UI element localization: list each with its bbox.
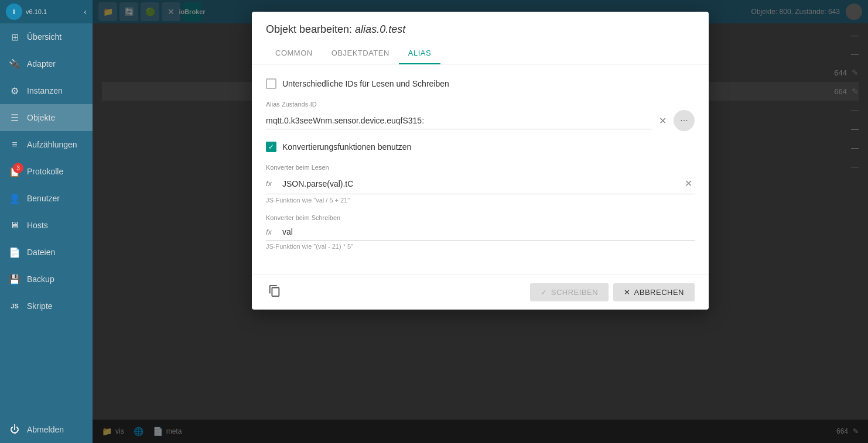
write-button[interactable]: ✓ SCHREIBEN	[530, 283, 609, 301]
dialog-tabs: COMMON OBJEKTDATEN ALIAS	[252, 43, 709, 64]
benutzer-icon: 👤	[8, 192, 21, 205]
uebersicht-icon: ⊞	[8, 30, 21, 43]
read-converter-hint: JS-Funktion wie "val / 5 + 21"	[266, 197, 695, 204]
sidebar-item-uebersicht[interactable]: ⊞ Übersicht	[0, 23, 93, 50]
footer-right: ✓ SCHREIBEN ✕ ABBRECHEN	[530, 283, 695, 301]
dialog-footer: ✓ SCHREIBEN ✕ ABBRECHEN	[252, 274, 709, 310]
sidebar-item-benutzer[interactable]: 👤 Benutzer	[0, 185, 93, 212]
diff-ids-row: Unterschiedliche IDs für Lesen und Schre…	[266, 78, 695, 89]
check-icon: ✓	[541, 288, 548, 297]
sidebar-item-objekte[interactable]: ☰ Objekte	[0, 104, 93, 131]
converter-checkbox-label: Konvertierungsfunktionen benutzen	[282, 142, 411, 152]
edit-dialog: Objekt bearbeiten: alias.0.test COMMON O…	[252, 12, 709, 310]
read-converter-input-row: fx ✕	[266, 173, 695, 194]
tab-alias[interactable]: ALIAS	[399, 43, 440, 64]
sidebar-item-label: Protokolle	[27, 167, 63, 176]
alias-state-id-label: Alias Zustands-ID	[266, 101, 695, 108]
tab-common[interactable]: COMMON	[266, 43, 322, 64]
sidebar-collapse-icon[interactable]: ‹	[84, 7, 87, 16]
adapter-icon: 🔌	[8, 57, 21, 70]
sidebar-item-label: Übersicht	[27, 32, 61, 42]
read-converter-clear-button[interactable]: ✕	[682, 177, 695, 190]
read-converter-input[interactable]	[282, 179, 678, 188]
write-converter-label: Konverter beim Schreiben	[266, 214, 695, 221]
sidebar-item-label: Backup	[27, 274, 54, 284]
sidebar-item-label: Adapter	[27, 59, 56, 68]
converter-checkbox[interactable]: ✓	[266, 142, 276, 152]
abmelden-icon: ⏻	[8, 423, 21, 436]
protokolle-badge: 3	[13, 163, 23, 173]
dialog-body: Unterschiedliche IDs für Lesen und Schre…	[252, 64, 709, 274]
app-version: v6.10.1	[26, 8, 47, 15]
sidebar-bottom: ⏻ Abmelden	[0, 416, 93, 443]
alias-state-id-input[interactable]	[266, 112, 652, 129]
sidebar-item-dateien[interactable]: 📄 Dateien	[0, 239, 93, 266]
sidebar-item-abmelden[interactable]: ⏻ Abmelden	[0, 416, 93, 443]
read-fx-icon: fx	[266, 179, 278, 188]
backup-icon: 💾	[8, 273, 21, 286]
dialog-title-prefix: Objekt bearbeiten:	[266, 23, 352, 35]
modal-overlay: Objekt bearbeiten: alias.0.test COMMON O…	[93, 0, 868, 443]
sidebar-item-label: Objekte	[27, 113, 55, 122]
objekte-icon: ☰	[8, 111, 21, 124]
instanzen-icon: ⚙	[8, 84, 21, 97]
alias-state-id-input-row: ✕ ···	[266, 110, 695, 131]
copy-icon	[268, 284, 281, 297]
sidebar-header: i v6.10.1 ‹	[0, 0, 93, 23]
sidebar-item-label: Instanzen	[27, 86, 63, 95]
write-converter-input-row: fx	[266, 224, 695, 241]
sidebar-item-label: Benutzer	[27, 194, 60, 203]
write-converter-input[interactable]	[282, 227, 695, 236]
sidebar-item-label: Aufzählungen	[27, 140, 77, 149]
sidebar-item-label: Hosts	[27, 221, 48, 230]
converter-checkbox-row: ✓ Konvertierungsfunktionen benutzen	[266, 142, 695, 152]
write-button-label: SCHREIBEN	[551, 288, 598, 297]
sidebar-item-instanzen[interactable]: ⚙ Instanzen	[0, 77, 93, 104]
read-converter-label: Konverter beim Lesen	[266, 164, 695, 171]
dateien-icon: 📄	[8, 246, 21, 259]
sidebar-item-protokolle[interactable]: 3 📋 Protokolle	[0, 158, 93, 185]
sidebar-item-label: Abmelden	[27, 425, 64, 434]
aufzaehlungen-icon: ≡	[8, 138, 21, 151]
alias-state-id-field: Alias Zustands-ID ✕ ···	[266, 101, 695, 131]
diff-ids-checkbox[interactable]	[266, 78, 276, 89]
diff-ids-label: Unterschiedliche IDs für Lesen und Schre…	[282, 79, 449, 88]
cancel-button[interactable]: ✕ ABBRECHEN	[613, 283, 695, 301]
alias-state-id-clear-button[interactable]: ✕	[657, 114, 669, 128]
dialog-title-name: alias.0.test	[355, 23, 405, 35]
read-converter-field: Konverter beim Lesen fx ✕ JS-Funktion wi…	[266, 164, 695, 204]
sidebar-item-hosts[interactable]: 🖥 Hosts	[0, 212, 93, 239]
dialog-header: Objekt bearbeiten: alias.0.test	[252, 12, 709, 36]
sidebar-item-adapter[interactable]: 🔌 Adapter	[0, 50, 93, 77]
main-area: 📁 🔄 🟢 ✕ ioBroker Objekte: 800, Zustände:…	[93, 0, 868, 443]
footer-left	[266, 282, 283, 303]
sidebar-item-aufzaehlungen[interactable]: ≡ Aufzählungen	[0, 131, 93, 158]
write-converter-field: Konverter beim Schreiben fx JS-Funktion …	[266, 214, 695, 250]
copy-button[interactable]	[266, 282, 283, 303]
sidebar: i v6.10.1 ‹ ⊞ Übersicht 🔌 Adapter ⚙ Inst…	[0, 0, 93, 443]
cancel-button-label: ABBRECHEN	[634, 288, 684, 297]
sidebar-item-skripte[interactable]: JS Skripte	[0, 293, 93, 320]
cancel-x-icon: ✕	[624, 288, 631, 297]
skripte-icon: JS	[8, 300, 21, 312]
tab-objektdaten[interactable]: OBJEKTDATEN	[322, 43, 399, 64]
sidebar-item-backup[interactable]: 💾 Backup	[0, 266, 93, 293]
app-logo: i	[6, 4, 22, 20]
write-fx-icon: fx	[266, 228, 278, 236]
write-converter-hint: JS-Funktion wie "(val - 21) * 5"	[266, 243, 695, 250]
sidebar-item-label: Dateien	[27, 248, 55, 257]
dialog-title: Objekt bearbeiten: alias.0.test	[266, 23, 695, 36]
hosts-icon: 🖥	[8, 219, 21, 232]
alias-state-id-more-button[interactable]: ···	[674, 110, 695, 131]
sidebar-item-label: Skripte	[27, 301, 53, 311]
